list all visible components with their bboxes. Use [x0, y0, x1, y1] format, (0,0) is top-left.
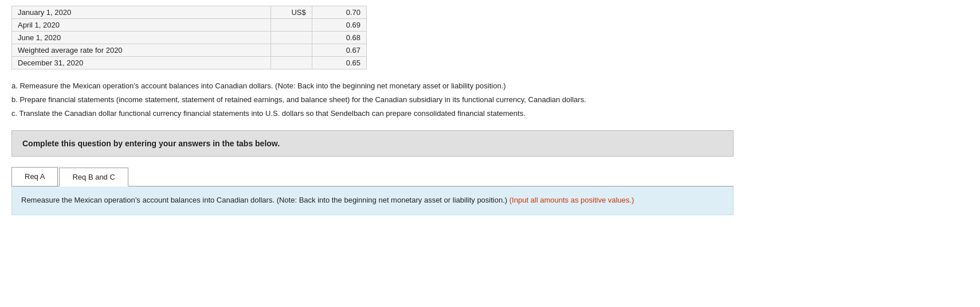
table-row: April 1, 20200.69: [12, 19, 367, 32]
instructions-section: a. Remeasure the Mexican operation’s acc…: [11, 80, 969, 120]
table-cell-value: 0.69: [312, 19, 366, 32]
table-cell-label: April 1, 2020: [12, 19, 271, 32]
instruction-b: b. Prepare financial statements (income …: [11, 94, 969, 106]
table-cell-label: June 1, 2020: [12, 32, 271, 44]
table-row: Weighted average rate for 20200.67: [12, 44, 367, 57]
table-cell-value: 0.70: [312, 6, 366, 19]
table-cell-value: 0.67: [312, 44, 366, 57]
table-cell-label: December 31, 2020: [12, 57, 271, 69]
table-cell-currency: [271, 44, 312, 57]
table-cell-label: January 1, 2020: [12, 6, 271, 19]
instruction-c: c. Translate the Canadian dollar functio…: [11, 107, 969, 120]
table-cell-currency: [271, 32, 312, 44]
complete-question-text: Complete this question by entering your …: [22, 139, 280, 148]
tab-content-note-text: (Input all amounts as positive values.): [509, 196, 634, 204]
table-cell-currency: [271, 19, 312, 32]
complete-question-box: Complete this question by entering your …: [11, 130, 734, 157]
tabs-row: Req A Req B and C: [11, 167, 734, 186]
instruction-a: a. Remeasure the Mexican operation’s acc…: [11, 80, 969, 92]
tab-content-main-text: Remeasure the Mexican operation’s accoun…: [21, 196, 507, 204]
tab-req-a[interactable]: Req A: [11, 167, 58, 186]
table-cell-currency: US$: [271, 6, 312, 19]
tab-content: Remeasure the Mexican operation’s accoun…: [11, 186, 734, 215]
tab-req-b-and-c[interactable]: Req B and C: [59, 168, 128, 186]
table-cell-label: Weighted average rate for 2020: [12, 44, 271, 57]
table-cell-currency: [271, 57, 312, 69]
table-row: January 1, 2020US$0.70: [12, 6, 367, 19]
table-cell-value: 0.68: [312, 32, 366, 44]
table-cell-value: 0.65: [312, 57, 366, 69]
exchange-rate-table: January 1, 2020US$0.70April 1, 20200.69J…: [11, 6, 367, 69]
table-row: December 31, 20200.65: [12, 57, 367, 69]
table-row: June 1, 20200.68: [12, 32, 367, 44]
